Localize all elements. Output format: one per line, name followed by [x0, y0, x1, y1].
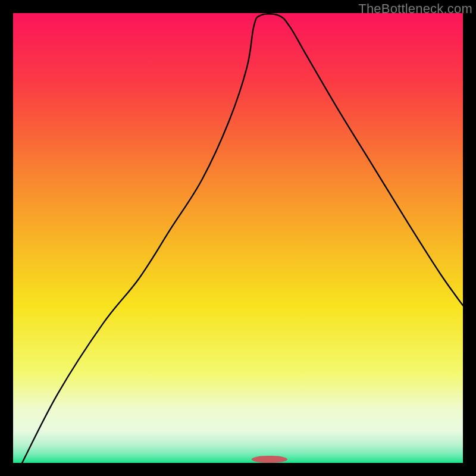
optimal-marker [252, 456, 287, 463]
gradient-background [13, 13, 463, 463]
chart-plot [13, 13, 463, 463]
watermark-text: TheBottleneck.com [358, 1, 472, 17]
chart-frame: TheBottleneck.com [0, 0, 476, 476]
